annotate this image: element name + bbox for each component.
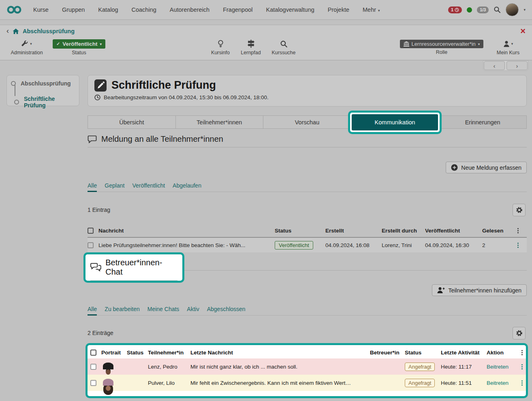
row-menu-button[interactable]: [514, 241, 522, 249]
col-teilnehmer[interactable]: Teilnehmer*in: [148, 350, 190, 356]
new-message-button[interactable]: Neue Meldung erfassen: [446, 162, 527, 173]
kebab-menu-icon: [521, 380, 523, 382]
col-nachricht[interactable]: Nachricht: [98, 228, 275, 234]
node-tabs: Übersicht Teilnehmer*innen Vorschau Komm…: [88, 115, 527, 129]
close-icon[interactable]: ×: [520, 27, 526, 36]
back-chevron-icon[interactable]: ‹: [6, 27, 9, 34]
kursinfo-button[interactable]: Kursinfo: [209, 39, 232, 55]
kebab-menu-icon: [521, 350, 523, 351]
status-dropdown[interactable]: ✓Veröffentlicht▾ Status: [53, 39, 105, 55]
filter-abgeschlossen[interactable]: Abgeschlossen: [207, 306, 246, 312]
col-betreuer[interactable]: Betreuer*in: [370, 350, 405, 356]
user-avatar[interactable]: [506, 3, 519, 16]
nav-more-label: Mehr: [363, 6, 376, 13]
nav-item-fragenpool[interactable]: Fragenpool: [223, 6, 252, 13]
status-badge: Veröffentlicht: [275, 241, 313, 250]
chat-row-lenz-pedro[interactable]: Lenz, Pedro Mir ist nicht ganz klar, ob …: [88, 358, 526, 375]
col-gelesen[interactable]: Gelesen: [482, 228, 514, 234]
filter-meine-chats[interactable]: Meine Chats: [147, 306, 179, 312]
nav-item-autorenbereich[interactable]: Autorenbereich: [170, 6, 209, 13]
openolat-logo-icon[interactable]: [6, 5, 22, 14]
filter-abgelaufen[interactable]: Abgelaufen: [173, 182, 201, 189]
home-icon[interactable]: [13, 28, 19, 34]
row-checkbox[interactable]: [90, 380, 96, 386]
chat-section-highlight-box: Betreuer*innen-Chat: [83, 252, 184, 283]
role-label: Rolle: [436, 49, 448, 55]
nav-item-gruppen[interactable]: Gruppen: [62, 6, 85, 13]
join-chat-link[interactable]: Beitreten: [487, 380, 518, 386]
prev-node-button[interactable]: ‹: [484, 61, 505, 70]
select-all-checkbox[interactable]: [88, 228, 94, 234]
row-menu-button[interactable]: [518, 363, 526, 371]
progress-badge[interactable]: 1/3: [477, 6, 489, 13]
column-menu-button[interactable]: [514, 226, 522, 235]
col-letzte-nachricht[interactable]: Letzte Nachricht: [190, 350, 370, 356]
speech-bubble-icon: [88, 135, 97, 144]
lernpfad-button[interactable]: Lernpfad: [239, 39, 263, 55]
chat-row-pulver-lilo[interactable]: Pulver, Lilo Mir fehlt ein Zwischenergeb…: [88, 375, 526, 391]
role-dropdown[interactable]: Lernressourcenverwalter*in▾ Rolle: [399, 40, 484, 55]
breadcrumb-course-title[interactable]: Abschlussprüfung: [23, 28, 75, 34]
sidebar-item-schriftliche-pruefung[interactable]: Schriftliche Prüfung: [11, 96, 75, 109]
table-settings-button[interactable]: [513, 327, 526, 339]
table-settings-button[interactable]: [513, 204, 526, 216]
tab-kommunikation[interactable]: Kommunikation: [352, 114, 438, 130]
select-all-checkbox[interactable]: [90, 350, 96, 356]
nav-item-coaching[interactable]: Coaching: [132, 6, 156, 13]
administration-menu[interactable]: ▾ Administration: [6, 39, 47, 55]
col-erstellt-durch[interactable]: Erstellt durch: [382, 228, 425, 234]
mein-kurs-label: Mein Kurs: [497, 50, 519, 55]
message-row[interactable]: Liebe Prüfungsteilnehmer:innen! Bitte be…: [88, 238, 527, 252]
filter-alle[interactable]: Alle: [88, 182, 97, 189]
row-checkbox[interactable]: [88, 242, 94, 248]
col-status[interactable]: Status: [275, 228, 325, 234]
last-message: Mir ist nicht ganz klar, ob ich ... mach…: [190, 364, 370, 370]
messages-entry-count: 1 Eintrag: [88, 207, 110, 213]
column-menu-button[interactable]: [518, 348, 526, 356]
add-participants-label: Teilnehmer*innen hinzufügen: [448, 287, 521, 294]
user-menu-chevron-icon[interactable]: ▾: [523, 8, 526, 12]
wrench-icon: [21, 41, 28, 47]
nav-right-cluster: 1 1/3 ▾: [448, 3, 526, 16]
nav-item-projekte[interactable]: Projekte: [328, 6, 349, 13]
kurssuche-label: Kurssuche: [271, 50, 295, 55]
sidebar-item-abschlusspruefung[interactable]: Abschlussprüfung: [11, 80, 71, 87]
filter-alle[interactable]: Alle: [88, 306, 97, 312]
tab-vorschau[interactable]: Vorschau: [263, 115, 351, 129]
nav-item-katalogverwaltung[interactable]: Katalogverwaltung: [266, 6, 314, 13]
tab-uebersicht[interactable]: Übersicht: [88, 115, 176, 129]
filter-veroeffentlicht[interactable]: Veröffentlicht: [132, 182, 165, 189]
kurssuche-button[interactable]: Kurssuche: [271, 39, 297, 55]
join-chat-link[interactable]: Beitreten: [487, 364, 518, 370]
col-status2[interactable]: Status: [405, 350, 441, 356]
next-node-button[interactable]: ›: [506, 61, 528, 70]
col-portrait[interactable]: Portrait: [101, 350, 127, 356]
col-veroeffentlicht[interactable]: Veröffentlicht: [425, 228, 482, 234]
check-icon: ✓: [56, 41, 60, 47]
tree-node-icon: [11, 81, 16, 86]
add-participants-button[interactable]: Teilnehmer*innen hinzufügen: [432, 284, 527, 296]
chat-table-header: Portrait Status Teilnehmer*in Letzte Nac…: [88, 346, 526, 358]
tab-erinnerungen[interactable]: Erinnerungen: [439, 115, 527, 129]
presence-status-icon[interactable]: [467, 7, 472, 13]
filter-geplant[interactable]: Geplant: [105, 182, 124, 189]
col-aktion[interactable]: Aktion: [487, 350, 518, 356]
nav-item-mehr[interactable]: Mehr▾: [363, 6, 380, 13]
lernpfad-label: Lernpfad: [241, 50, 261, 55]
chat-filter-tabs: Alle Zu bearbeiten Meine Chats Aktiv Abg…: [88, 306, 527, 316]
filter-zu-bearbeiten[interactable]: Zu bearbeiten: [105, 306, 139, 312]
col-status[interactable]: Status: [127, 350, 148, 356]
pending-tasks-badge[interactable]: 1: [448, 6, 462, 13]
tab-teilnehmerinnen[interactable]: Teilnehmer*innen: [176, 115, 264, 129]
message-text[interactable]: Liebe Prüfungsteilnehmer:innen! Bitte be…: [98, 242, 275, 248]
col-erstellt[interactable]: Erstellt: [325, 228, 382, 234]
col-letzte-aktivitaet[interactable]: Letzte Aktivität: [441, 350, 487, 356]
row-checkbox[interactable]: [90, 364, 96, 370]
global-search-icon[interactable]: [494, 6, 501, 13]
mein-kurs-menu[interactable]: ▾ Mein Kurs: [495, 39, 521, 55]
row-menu-button[interactable]: [518, 379, 526, 387]
nav-items: Kurse Gruppen Katalog Coaching Autorenbe…: [33, 6, 380, 13]
filter-aktiv[interactable]: Aktiv: [187, 306, 199, 312]
nav-item-kurse[interactable]: Kurse: [33, 6, 49, 13]
nav-item-katalog[interactable]: Katalog: [98, 6, 118, 13]
